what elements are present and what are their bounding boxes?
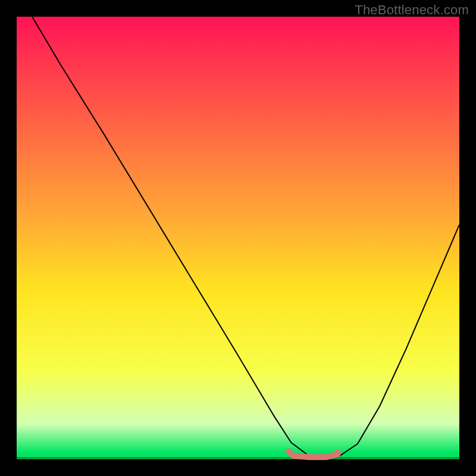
optimal-marker-dot (334, 450, 341, 457)
bottleneck-chart (0, 0, 476, 476)
optimal-band (17, 452, 459, 458)
chart-frame: TheBottleneck.com (0, 0, 476, 476)
baseline-strip (17, 457, 459, 459)
gradient-background (17, 17, 459, 459)
